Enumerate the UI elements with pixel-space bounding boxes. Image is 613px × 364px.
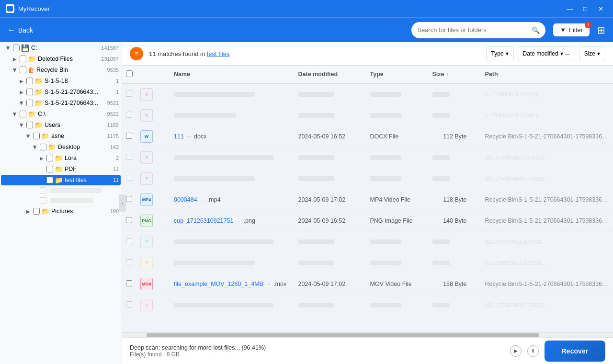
checkbox-recycle-bin[interactable] xyxy=(20,67,26,73)
row-checkbox[interactable] xyxy=(126,217,140,225)
col-path-header[interactable]: Path xyxy=(485,71,610,78)
expand-ashe[interactable]: ▶ xyxy=(26,133,31,139)
search-input[interactable] xyxy=(417,26,528,34)
sidebar-item-test-files[interactable]: 📁 test files 11 xyxy=(1,175,121,185)
row-thumb: ? xyxy=(140,151,155,164)
sidebar-item-blurred-1[interactable] xyxy=(1,186,121,195)
checkbox-c-drive[interactable] xyxy=(13,45,20,51)
checkbox-desktop[interactable] xyxy=(40,144,46,150)
row-date xyxy=(298,92,370,97)
table-row[interactable]: MOV file_example_MOV_1280_1_4MB ··· .mov… xyxy=(122,273,613,295)
expand-recycle-bin[interactable]: ▶ xyxy=(12,67,18,73)
expand-users[interactable]: ▶ xyxy=(19,122,24,128)
row-size xyxy=(432,155,471,160)
sidebar-count-c-backslash: 9522 xyxy=(103,111,119,117)
sidebar-label-recycle-bin: Recycle Bin xyxy=(36,67,103,73)
size-filter[interactable]: Size ▾ xyxy=(579,46,605,61)
back-icon: ← xyxy=(8,26,15,34)
expand-desktop[interactable]: ▶ xyxy=(33,144,38,150)
table-row[interactable]: ? 301-1759833641-576823... xyxy=(122,168,613,189)
row-type xyxy=(370,239,432,244)
checkbox-c-backslash[interactable] xyxy=(20,111,26,117)
match-folder-link[interactable]: test files xyxy=(207,50,230,57)
checkbox-pdf[interactable] xyxy=(46,166,53,172)
checkbox-users[interactable] xyxy=(26,122,33,128)
sidebar-item-c-backslash[interactable]: ▶ 📁 C:\ 9522 xyxy=(1,109,121,119)
pause-button[interactable]: ⏸ xyxy=(527,345,539,357)
col-name-header[interactable]: Name xyxy=(174,71,298,78)
horizontal-scrollbar[interactable] xyxy=(122,332,613,337)
recover-button[interactable]: Recover xyxy=(545,341,605,362)
checkbox-ashe[interactable] xyxy=(33,133,40,139)
sidebar-item-s1518[interactable]: ▶ 📁 S-1-5-18 1 xyxy=(1,76,121,86)
sidebar-item-desktop[interactable]: ▶ 📁 Desktop 142 xyxy=(1,142,121,152)
expand-c-drive[interactable]: ▶ xyxy=(6,45,11,51)
table-row[interactable]: MP4 0000484 ··· .mp4 2024-05-09 17:02 MP… xyxy=(122,189,613,210)
table-row[interactable]: ? 1-1759833641-576823... xyxy=(122,84,613,105)
grid-view-button[interactable]: ⊞ xyxy=(597,24,605,36)
checkbox-deleted-files[interactable] xyxy=(20,56,26,62)
checkbox-s1518[interactable] xyxy=(26,78,33,84)
search-icon[interactable]: 🔍 xyxy=(532,26,540,34)
table-row[interactable]: ? 101-1759833641-576823... xyxy=(122,295,613,316)
test-files-icon: 📁 xyxy=(55,176,63,184)
select-all-checkbox[interactable] xyxy=(126,70,133,77)
expand-s152126a[interactable]: ▶ xyxy=(18,90,25,95)
col-checkbox[interactable] xyxy=(126,70,140,79)
expand-s152126b[interactable]: ▶ xyxy=(19,100,24,106)
expand-s1518[interactable]: ▶ xyxy=(18,79,25,84)
checkbox-pictures[interactable] xyxy=(33,208,40,215)
row-checkbox[interactable] xyxy=(126,259,140,267)
sidebar-item-c-drive[interactable]: ▶ 💾 C: 141587 xyxy=(1,43,121,53)
close-button[interactable]: ✕ xyxy=(594,3,607,14)
expand-pictures[interactable]: ▶ xyxy=(25,209,32,214)
expand-deleted-files[interactable]: ▶ xyxy=(11,57,18,62)
sidebar-item-lora[interactable]: ▶ 📁 Lora 2 xyxy=(1,153,121,163)
checkbox-s152126b[interactable] xyxy=(26,100,33,106)
expand-c-backslash[interactable]: ▶ xyxy=(12,111,18,117)
sidebar-item-pdf[interactable]: 📁 PDF 11 xyxy=(1,164,121,174)
scrollbar-thumb[interactable] xyxy=(147,333,539,337)
row-name xyxy=(174,155,298,160)
maximize-button[interactable]: □ xyxy=(579,3,592,14)
sidebar-collapse-button[interactable]: › xyxy=(119,194,126,212)
table-row[interactable]: ? 01-1759833641-576823... xyxy=(122,252,613,273)
sidebar-item-s152126a[interactable]: ▶ 📁 S-1-5-21-2706643... 1 xyxy=(1,87,121,97)
row-checkbox[interactable] xyxy=(126,112,140,119)
table-row[interactable]: ? 301-1759833641-576823... xyxy=(122,147,613,168)
row-date xyxy=(298,155,370,160)
row-checkbox[interactable] xyxy=(126,154,140,161)
row-checkbox[interactable] xyxy=(126,280,140,288)
sidebar-item-deleted-files[interactable]: ▶ 📁 Deleted Files 131057 xyxy=(1,54,121,64)
filter-button[interactable]: ▼ Filter 1 xyxy=(553,23,590,36)
checkbox-s152126a[interactable] xyxy=(26,89,33,95)
expand-lora[interactable]: ▶ xyxy=(38,156,45,161)
row-checkbox[interactable] xyxy=(126,196,140,204)
table-row[interactable]: ? 01-1759833641-576823... xyxy=(122,231,613,252)
sidebar-item-blurred-2[interactable] xyxy=(1,196,121,205)
minimize-button[interactable]: — xyxy=(563,3,577,14)
row-checkbox[interactable] xyxy=(126,301,140,309)
col-type-header[interactable]: Type xyxy=(370,71,432,78)
back-button[interactable]: ← Back xyxy=(8,26,33,34)
sidebar-item-ashe[interactable]: ▶ 📁 ashe 1175 xyxy=(1,131,121,141)
sidebar-item-recycle-bin[interactable]: ▶ 🗑 Recycle Bin 9535 xyxy=(1,65,121,75)
row-checkbox[interactable] xyxy=(126,238,140,246)
sidebar-item-users[interactable]: ▶ 📁 Users 1189 xyxy=(1,120,121,130)
checkbox-test-files[interactable] xyxy=(46,177,53,183)
table-row[interactable]: PNG cup_17126310921751 ··· .png 2024-05-… xyxy=(122,210,613,231)
row-checkbox[interactable] xyxy=(126,133,140,140)
row-thumb: ? xyxy=(140,299,155,311)
col-size-header[interactable]: Size ↑ xyxy=(432,71,471,78)
play-button[interactable]: ▶ xyxy=(510,345,522,357)
col-date-header[interactable]: Date modified xyxy=(298,71,370,78)
row-checkbox[interactable] xyxy=(126,91,140,98)
table-row[interactable]: ? 1-1759833641-576823... xyxy=(122,105,613,126)
table-row[interactable]: W 111 ··· docx 2024-05-09 16:52 DOCX Fil… xyxy=(122,126,613,147)
sidebar-item-pictures[interactable]: ▶ 📁 Pictures 190 xyxy=(1,206,121,216)
type-filter[interactable]: Type ▾ xyxy=(486,46,514,61)
date-filter[interactable]: Date modified ▾ – xyxy=(518,46,575,61)
checkbox-lora[interactable] xyxy=(46,155,53,161)
row-checkbox[interactable] xyxy=(126,175,140,182)
sidebar-item-s152126b[interactable]: ▶ 📁 S-1-5-21-2706643... 9531 xyxy=(1,98,121,108)
